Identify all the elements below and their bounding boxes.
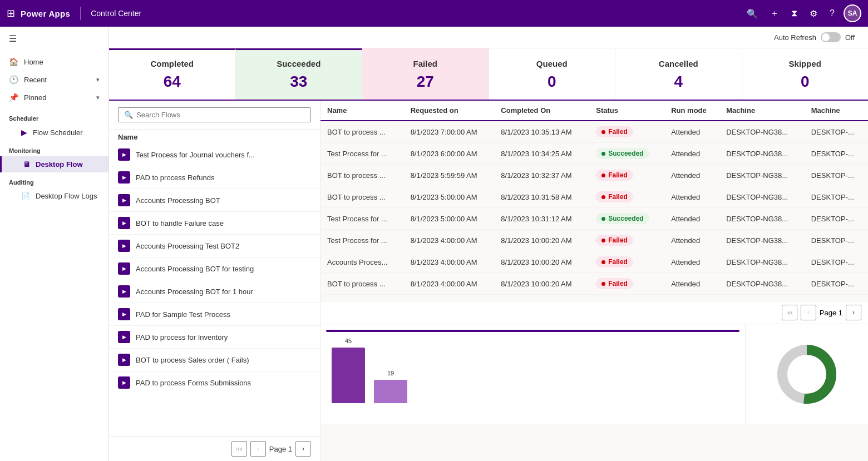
search-box-wrap: 🔍 — [109, 101, 320, 130]
table-row[interactable]: Test Process for ... 8/1/2023 5:00:00 AM… — [320, 208, 868, 230]
desktop-flow-logs-label: Desktop Flow Logs — [36, 192, 97, 200]
next-page-button[interactable]: › — [295, 441, 311, 457]
col-machine2: Machine — [805, 101, 868, 121]
avatar[interactable]: SA — [844, 4, 861, 22]
cell-completed: 8/1/2023 10:00:20 AM — [494, 251, 589, 273]
cell-status: Failed — [589, 273, 664, 295]
cell-completed: 8/1/2023 10:32:37 AM — [494, 165, 589, 186]
cell-machine2: DESKTOP-... — [805, 143, 868, 165]
flow-list-item[interactable]: ▶ Accounts Processing BOT for testing — [109, 257, 320, 280]
grid-icon[interactable]: ⊞ — [7, 7, 15, 19]
desktop-flow-icon: 🖥 — [23, 160, 30, 168]
table-next-page-button[interactable]: › — [846, 305, 861, 320]
status-dot — [601, 195, 605, 199]
flow-list-item[interactable]: ▶ Accounts Processing BOT for 1 hour — [109, 280, 320, 303]
cell-status: Failed — [589, 186, 664, 208]
table-row[interactable]: BOT to process ... 8/1/2023 7:00:00 AM 8… — [320, 121, 868, 143]
table-row[interactable]: BOT to process ... 8/1/2023 5:00:00 AM 8… — [320, 186, 868, 208]
left-pagination: ⏮ ‹ Page 1 › — [109, 436, 320, 461]
flow-list-item[interactable]: ▶ BOT to handle Failure case — [109, 212, 320, 235]
stat-cancelled-label: Cancelled — [629, 59, 728, 68]
donut-chart — [773, 341, 840, 408]
sidebar-item-desktop-flow-logs[interactable]: 📄 Desktop Flow Logs — [0, 188, 108, 204]
sidebar: ☰ 🏠 Home 🕐 Recent ▾ 📌 Pinned ▾ Scheduler… — [0, 27, 109, 461]
table-prev-page-button[interactable]: ‹ — [801, 305, 816, 320]
cell-status: Failed — [589, 230, 664, 251]
stat-failed-label: Failed — [376, 59, 475, 68]
status-dot — [601, 239, 605, 242]
settings-icon[interactable]: ⚙ — [810, 8, 817, 19]
search-icon: 🔍 — [124, 111, 133, 119]
search-box[interactable]: 🔍 — [118, 107, 311, 122]
stat-succeeded-label: Succeeded — [249, 59, 349, 68]
stat-queued-label: Queued — [502, 59, 602, 68]
first-page-button[interactable]: ⏮ — [231, 441, 247, 457]
bar-group: 19 — [374, 380, 407, 403]
cell-status: Failed — [589, 165, 664, 186]
desktop-flow-label: Desktop Flow — [36, 160, 83, 168]
cell-runmode: Attended — [664, 143, 719, 165]
sidebar-item-recent[interactable]: 🕐 Recent ▾ — [0, 71, 108, 88]
flow-list-item[interactable]: ▶ PAD to process for Inventory — [109, 326, 320, 349]
cell-machine: DESKTOP-NG38... — [719, 273, 805, 295]
table-row[interactable]: BOT to process ... 8/1/2023 4:00:00 AM 8… — [320, 273, 868, 295]
cell-machine2: DESKTOP-... — [805, 165, 868, 186]
cell-status: Failed — [589, 251, 664, 273]
flow-list-item[interactable]: ▶ PAD to process Forms Submissions — [109, 371, 320, 394]
status-dot — [601, 174, 605, 177]
hamburger-button[interactable]: ☰ — [0, 27, 108, 51]
search-input[interactable] — [136, 111, 305, 119]
stat-queued[interactable]: Queued 0 — [489, 48, 616, 100]
sidebar-home-label: Home — [24, 58, 43, 66]
flow-item-icon: ▶ — [118, 262, 130, 275]
app-name: Power Apps — [21, 9, 70, 18]
table-row[interactable]: Test Process for ... 8/1/2023 4:00:00 AM… — [320, 230, 868, 251]
flow-item-name: PAD to process Forms Submissions — [136, 379, 311, 387]
table-first-page-button[interactable]: ⏮ — [782, 305, 797, 320]
flow-list-item[interactable]: ▶ PAD for Sample Test Process — [109, 303, 320, 326]
sidebar-item-pinned[interactable]: 📌 Pinned ▾ — [0, 88, 108, 106]
stat-failed[interactable]: Failed 27 — [362, 48, 489, 100]
sidebar-item-desktop-flow[interactable]: 🖥 Desktop Flow — [0, 156, 108, 172]
stat-skipped[interactable]: Skipped 0 — [742, 48, 869, 100]
cell-completed: 8/1/2023 10:31:12 AM — [494, 208, 589, 230]
search-icon[interactable]: 🔍 — [747, 8, 758, 19]
sidebar-item-flow-scheduler[interactable]: ▶ Flow Scheduler — [0, 124, 108, 141]
table-row[interactable]: BOT to process ... 8/1/2023 5:59:59 AM 8… — [320, 165, 868, 186]
stat-cancelled[interactable]: Cancelled 4 — [615, 48, 742, 100]
flow-item-name: PAD to process for Inventory — [136, 333, 311, 341]
col-completed: Completed On — [494, 101, 589, 121]
cell-machine2: DESKTOP-... — [805, 251, 868, 273]
cell-machine2: DESKTOP-... — [805, 230, 868, 251]
add-icon[interactable]: ＋ — [770, 8, 779, 19]
auto-refresh-label: Auto Refresh — [774, 33, 816, 42]
sidebar-item-home[interactable]: 🏠 Home — [0, 53, 108, 71]
stat-completed-value: 64 — [122, 73, 222, 91]
runs-table-wrap: Name Requested on Completed On Status Ru… — [320, 101, 868, 301]
flow-list-item[interactable]: ▶ Accounts Processing Test BOT2 — [109, 235, 320, 257]
status-dot — [601, 282, 605, 286]
help-icon[interactable]: ? — [830, 8, 835, 18]
charts-row: 45 19 — [320, 324, 868, 424]
flow-item-icon: ▶ — [118, 376, 130, 389]
cell-machine2: DESKTOP-... — [805, 208, 868, 230]
flow-list-item[interactable]: ▶ BOT to process Sales order ( Fails) — [109, 349, 320, 371]
cell-name: BOT to process ... — [320, 165, 404, 186]
home-icon: 🏠 — [9, 57, 18, 66]
prev-page-button[interactable]: ‹ — [250, 441, 266, 457]
flow-list-item[interactable]: ▶ PAD to process Refunds — [109, 166, 320, 189]
table-row[interactable]: Test Process for ... 8/1/2023 6:00:00 AM… — [320, 143, 868, 165]
auto-refresh-toggle[interactable] — [821, 32, 841, 42]
flow-item-name: BOT to process Sales order ( Fails) — [136, 356, 311, 364]
monitoring-group-label: Monitoring — [0, 141, 108, 156]
stat-completed[interactable]: Completed 64 — [109, 48, 236, 100]
flow-item-name: PAD to process Refunds — [136, 174, 311, 182]
flow-list-item[interactable]: ▶ Test Process for Journal vouchers f... — [109, 143, 320, 166]
flow-list-item[interactable]: ▶ Accounts Processing BOT — [109, 189, 320, 212]
stat-succeeded[interactable]: Succeeded 33 — [236, 48, 363, 100]
cell-runmode: Attended — [664, 251, 719, 273]
status-dot — [601, 217, 605, 221]
cell-requested: 8/1/2023 7:00:00 AM — [404, 121, 495, 143]
table-row[interactable]: Accounts Proces... 8/1/2023 4:00:00 AM 8… — [320, 251, 868, 273]
filter-icon[interactable]: ⧗ — [791, 8, 797, 18]
